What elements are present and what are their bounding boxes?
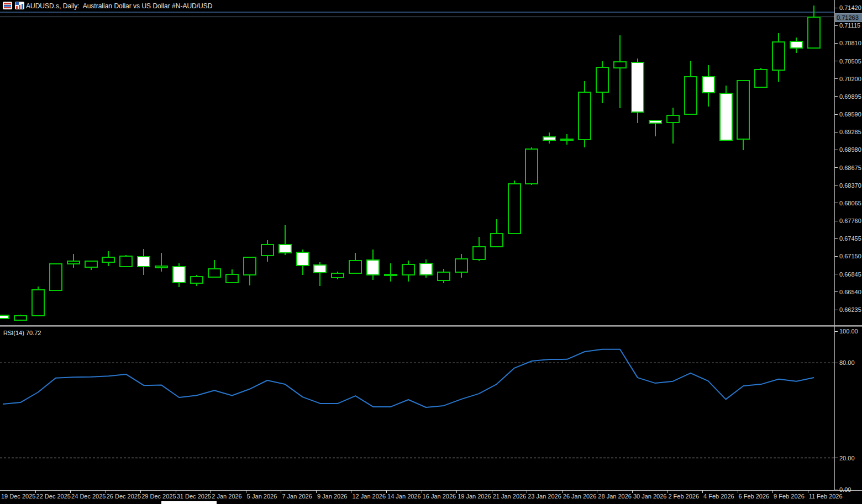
price-axis-label: 0.67150: [839, 252, 861, 260]
candle-body: [402, 264, 414, 275]
candle-body: [561, 139, 573, 140]
price-axis-label: 0.68065: [839, 199, 861, 207]
price-axis-label: 0.70505: [839, 57, 861, 65]
date-axis-label: 29 Dec 2025: [141, 493, 176, 500]
candle-body: [772, 42, 785, 70]
candle-body: [420, 263, 432, 275]
market-watch-icon[interactable]: [3, 2, 12, 9]
candle-body: [702, 77, 714, 93]
date-axis-label: 2 Jan 2026: [212, 493, 241, 500]
candle-body: [67, 261, 80, 264]
rsi-line: [3, 349, 814, 407]
horizontal-scrollbar-thumb[interactable]: [161, 501, 217, 504]
candle-body: [367, 260, 379, 275]
candle-body: [491, 234, 503, 247]
current-price-label: 0.71263: [835, 13, 862, 22]
date-axis-label: 24 Dec 2025: [71, 493, 106, 500]
candle-body: [85, 261, 97, 267]
price-axis-label: 0.69285: [839, 128, 861, 136]
candle-body: [614, 62, 626, 68]
date-axis-label: 26 Jan 2026: [563, 493, 597, 500]
candle-body: [297, 252, 309, 266]
date-axis-label: 9 Feb 2026: [774, 493, 805, 500]
candle-body: [244, 257, 256, 275]
price-axis-label: 0.68370: [839, 182, 861, 189]
date-axis-label: 28 Jan 2026: [598, 493, 632, 500]
price-axis-label: 0.71115: [839, 22, 860, 29]
date-axis-label: 21 Jan 2026: [493, 493, 527, 500]
candle-body: [508, 184, 521, 234]
date-axis-label: 22 Dec 2025: [36, 493, 71, 500]
candle-body: [755, 70, 767, 87]
candle-body: [473, 247, 485, 259]
candle-body: [808, 17, 820, 48]
candle-body: [0, 315, 9, 319]
date-axis-label: 7 Jan 2026: [282, 493, 312, 500]
candle-body: [155, 266, 167, 268]
price-axis-label: 0.69895: [839, 93, 861, 100]
candle-body: [50, 264, 62, 290]
candle-body: [349, 261, 361, 273]
price-axis-label: 0.66540: [839, 288, 861, 296]
icon-stripe: [4, 5, 11, 7]
icon-stripe: [4, 3, 11, 4]
price-axis-label: 0.66845: [839, 270, 861, 278]
candle-body: [191, 277, 203, 283]
candle-body: [14, 316, 27, 320]
candle-body: [32, 290, 44, 316]
icon-stripe: [4, 7, 11, 8]
date-axis-label: 30 Jan 2026: [633, 493, 667, 500]
bar-chart-icon[interactable]: [15, 2, 24, 9]
candle-body: [455, 259, 467, 272]
icon-bar: [16, 6, 18, 9]
rsi-axis-label: 80.00: [839, 359, 855, 367]
candle-body: [579, 92, 591, 140]
candle-body: [279, 245, 291, 253]
candle-body: [685, 77, 697, 114]
date-axis-label: 6 Feb 2026: [739, 493, 770, 500]
candle-body: [649, 120, 661, 123]
price-axis-label: 0.70810: [839, 39, 861, 47]
date-axis-label: 19 Dec 2025: [1, 493, 35, 500]
candle-body: [226, 274, 238, 283]
price-axis-label: 0.70200: [839, 75, 861, 83]
date-axis-label: 5 Jan 2026: [247, 493, 277, 500]
chart-header: AUDUSD.s, Daily: Australian Dollar vs US…: [0, 0, 834, 12]
date-axis-label: 19 Jan 2026: [458, 493, 491, 500]
candle-body: [102, 257, 114, 262]
date-axis-label: 26 Dec 2025: [107, 493, 141, 500]
date-axis-label: 11 Feb 2026: [809, 493, 843, 500]
rsi-indicator-label: RSI(14) 70.72: [3, 330, 41, 336]
date-axis-label: 4 Feb 2026: [703, 493, 734, 500]
date-axis-label: 9 Jan 2026: [317, 493, 347, 500]
price-axis-label: 0.67760: [839, 217, 861, 225]
candle-body: [632, 62, 644, 112]
rsi-axis-label: 100.00: [839, 327, 858, 335]
date-axis-label: 14 Jan 2026: [387, 493, 421, 500]
date-axis-label: 12 Jan 2026: [353, 493, 386, 500]
candle-body: [790, 41, 802, 48]
price-axis-label: 0.66235: [839, 306, 861, 314]
price-axis-label: 0.68675: [839, 164, 861, 172]
price-axis-label: 0.71420: [839, 4, 861, 12]
candle-body: [543, 137, 555, 140]
rsi-axis-label: 20.00: [839, 454, 855, 462]
candle-body: [314, 265, 326, 273]
chart-title: AUDUSD.s, Daily: Australian Dollar vs US…: [26, 2, 212, 10]
candle-body: [261, 245, 274, 256]
chart-canvas[interactable]: [0, 0, 862, 504]
candle-body: [737, 81, 749, 139]
candle-body: [138, 257, 150, 267]
price-axis-label: 0.69590: [839, 110, 861, 118]
price-axis-label: 0.67455: [839, 235, 861, 242]
chart-window: AUDUSD.s, Daily: Australian Dollar vs US…: [0, 0, 862, 504]
candle-body: [720, 93, 732, 140]
candle-body: [385, 274, 397, 275]
candle-body: [596, 67, 608, 92]
icon-bar: [19, 5, 20, 9]
price-axis-label: 0.68980: [839, 146, 861, 153]
candle-body: [525, 149, 538, 184]
date-axis-label: 31 Dec 2025: [177, 493, 211, 500]
date-axis-label: 23 Jan 2026: [528, 493, 561, 500]
candle-body: [438, 272, 450, 280]
